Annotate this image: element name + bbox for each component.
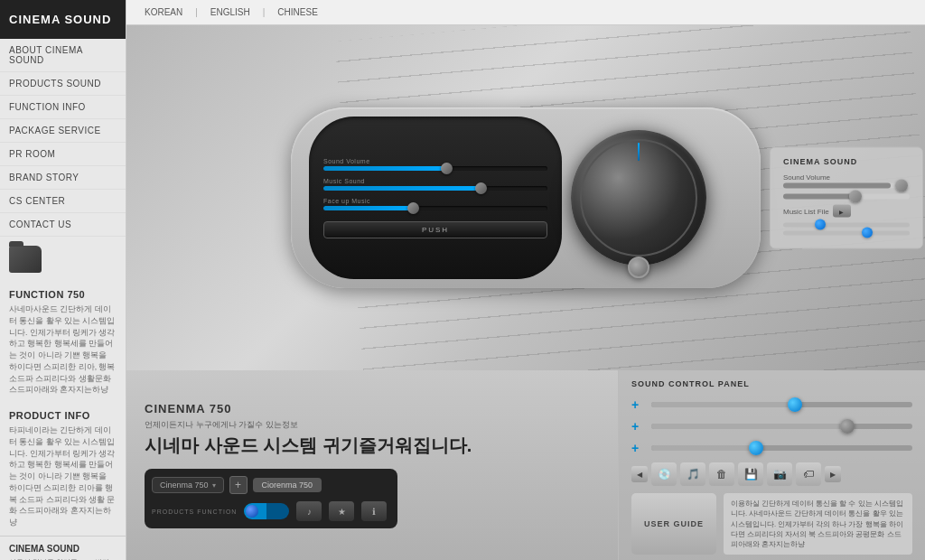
music-label: Music Sound <box>323 178 547 184</box>
selector-arrow1: ▾ <box>212 481 216 490</box>
face-slider-row: Face up Music <box>323 198 547 210</box>
ctrl-plus2: + <box>631 419 644 434</box>
panel-play-button[interactable] <box>833 205 851 218</box>
panel-sound-label: Sound Volume <box>783 173 910 182</box>
bottom-subtitle: 언제이든지나 누구에게나 가질수 있는정보 <box>145 419 600 431</box>
nav-english[interactable]: ENGLISH <box>210 7 250 17</box>
selector-row: Cinenma 750 ▾ + Ciorenma 750 <box>152 476 390 494</box>
function750-text: 사네마사운드 긴단하게 데이터 통신을 활우 있는 시스템입니다. 인제가부터 … <box>0 303 126 403</box>
volume-label: Sound Volume <box>323 158 547 164</box>
panel-blue-slider2[interactable] <box>783 231 910 236</box>
sidebar-nav-item[interactable]: PR ROOM <box>0 143 126 166</box>
ctrl-icon-disc[interactable]: 💿 <box>651 462 677 486</box>
product-selector: Cinenma 750 ▾ + Ciorenma 750 PRODUCTS FU… <box>145 469 397 528</box>
bottom-left-panel: CINENMA 750 언제이든지나 누구에게나 가질수 있는정보 시네마 사운… <box>126 370 618 560</box>
user-guide-text: 이용하실 긴단하게 데이터 통신을 할 수 있는 시스템입니다. 사네마사운드 … <box>724 493 912 555</box>
selector-box1-label: Cinenma 750 <box>160 481 209 490</box>
products-function-label: PRODUCTS FUNCTION <box>152 509 237 515</box>
control-panel-title: SOUND CONTROL PANEL <box>631 379 912 388</box>
ctrl-icon-music[interactable]: 🎵 <box>680 462 705 486</box>
face-label: Face up Music <box>323 198 547 204</box>
sidebar-footer: CINEMA SOUND 서울시 강남구 청기동 53-3번지 전화/대표번 :… <box>0 536 126 560</box>
ctrl-icon-save[interactable]: 💾 <box>738 462 763 486</box>
footer-title: CINEMA SOUND <box>9 544 117 554</box>
top-navigation: KOREAN | ENGLISH | CHINESE <box>126 0 925 25</box>
ctrl-icon-photo[interactable]: 📷 <box>767 462 792 486</box>
sidebar-nav-item[interactable]: CS CENTER <box>0 190 126 213</box>
music-track[interactable] <box>323 186 547 191</box>
sidebar: CINEMA SOUND ABOUT CINEMA SOUNDPRODUCTS … <box>0 0 126 560</box>
product-info-text: 타피네이라는 긴단하게 데이터 통신을 활우 있는 시스템입니다. 인제가부터 … <box>0 425 126 536</box>
sidebar-icon-block <box>0 237 126 282</box>
panel-file-row: Music List File <box>783 205 910 218</box>
sidebar-nav-item[interactable]: BRAND STORY <box>0 166 126 190</box>
panel-blue-slider1[interactable] <box>783 223 910 228</box>
ctrl-slider-row2: + <box>631 419 912 434</box>
sidebar-nav-item[interactable]: CONTACT US <box>0 213 126 237</box>
music-slider-row: Music Sound <box>323 178 547 191</box>
panel-sound-row: Sound Volume <box>783 173 910 189</box>
selector-box1[interactable]: Cinenma 750 ▾ <box>152 477 224 493</box>
ctrl-track1[interactable] <box>651 402 912 407</box>
nav-menu: ABOUT CINEMA SOUNDPRODUCTS SOUNDFUNCTION… <box>0 39 126 237</box>
sidebar-nav-item[interactable]: FUNCTION INFO <box>0 96 126 119</box>
info-panel: CINEMA SOUND Sound Volume Music List <box>770 147 923 249</box>
panel-vol2-slider[interactable] <box>783 194 910 200</box>
panel-file-label: Music List File <box>783 207 829 215</box>
bottom-section: CINENMA 750 언제이든지나 누구에게나 가질수 있는정보 시네마 사운… <box>126 370 925 560</box>
cinema750-title: CINENMA 750 <box>145 402 600 415</box>
function750-title: FUNCTION 750 <box>0 282 126 303</box>
ctrl-icon-trash[interactable]: 🗑 <box>709 462 734 486</box>
sound-control-panel: SOUND CONTROL PANEL + + + <box>618 370 925 560</box>
panel-sound-slider[interactable] <box>783 183 910 189</box>
main-content: KOREAN | ENGLISH | CHINESE Sound Volume … <box>126 0 925 560</box>
toggle-button[interactable] <box>244 503 289 519</box>
main-knob-container <box>571 130 706 266</box>
product-info-title: PRODUCT INFO <box>0 403 126 425</box>
face-track[interactable] <box>323 206 547 210</box>
main-knob[interactable] <box>571 130 706 266</box>
hero-section: Sound Volume Music Sound Face up Music <box>126 25 925 370</box>
user-guide-row: USER GUIDE 이용하실 긴단하게 데이터 통신을 할 수 있는 시스템입… <box>631 493 912 555</box>
info-icon-btn[interactable]: ℹ <box>361 501 387 521</box>
ctrl-icon-tag[interactable]: 🏷 <box>796 462 821 486</box>
ctrl-track3[interactable] <box>651 445 912 451</box>
knob-bottom-button[interactable] <box>628 257 649 278</box>
ctrl-prev-button[interactable]: ◀ <box>631 466 648 482</box>
ctrl-slider-row3: + <box>631 441 912 455</box>
selector-box2[interactable]: Ciorenma 750 <box>253 478 322 492</box>
selector-plus-button[interactable]: + <box>229 476 248 494</box>
ctrl-plus1: + <box>631 397 644 412</box>
panel-title: CINEMA SOUND <box>783 157 910 166</box>
ctrl-plus3: + <box>631 441 644 455</box>
ctrl-icons-row: ◀ 💿 🎵 🗑 💾 📷 🏷 ▶ <box>631 462 912 486</box>
ctrl-slider-row1: + <box>631 397 912 412</box>
fun-icon-btn[interactable]: ★ <box>329 501 354 521</box>
volume-track[interactable] <box>323 166 547 171</box>
sidebar-nav-item[interactable]: PRODUCTS SOUND <box>0 72 126 96</box>
sidebar-nav-item[interactable]: PACKAGE SERVICE <box>0 119 126 143</box>
nav-chinese[interactable]: CHINESE <box>277 7 317 17</box>
toggle-thumb <box>246 505 258 518</box>
bottom-main-title: 시네마 사운드 시스템 귀기즐거워집니다. <box>145 434 600 456</box>
device-left-panel: Sound Volume Music Sound Face up Music <box>309 117 562 279</box>
knob-indicator <box>638 143 640 161</box>
folder-icon <box>9 246 42 273</box>
sidebar-nav-item[interactable]: ABOUT CINEMA SOUND <box>0 39 126 72</box>
sidebar-title: CINEMA SOUND <box>0 0 126 39</box>
panel-vol2-row <box>783 194 910 200</box>
push-button[interactable]: PUSH <box>323 221 547 238</box>
nav-korean[interactable]: KOREAN <box>145 7 182 17</box>
audio-device: Sound Volume Music Sound Face up Music <box>291 107 761 288</box>
ctrl-track2[interactable] <box>651 424 912 429</box>
sound-icon-btn[interactable]: ♪ <box>296 501 322 521</box>
ctrl-next-button[interactable]: ▶ <box>825 466 841 482</box>
user-guide-button[interactable]: USER GUIDE <box>631 493 716 555</box>
function-row: PRODUCTS FUNCTION ♪ ★ ℹ <box>152 501 390 521</box>
volume-slider-row: Sound Volume <box>323 158 547 171</box>
